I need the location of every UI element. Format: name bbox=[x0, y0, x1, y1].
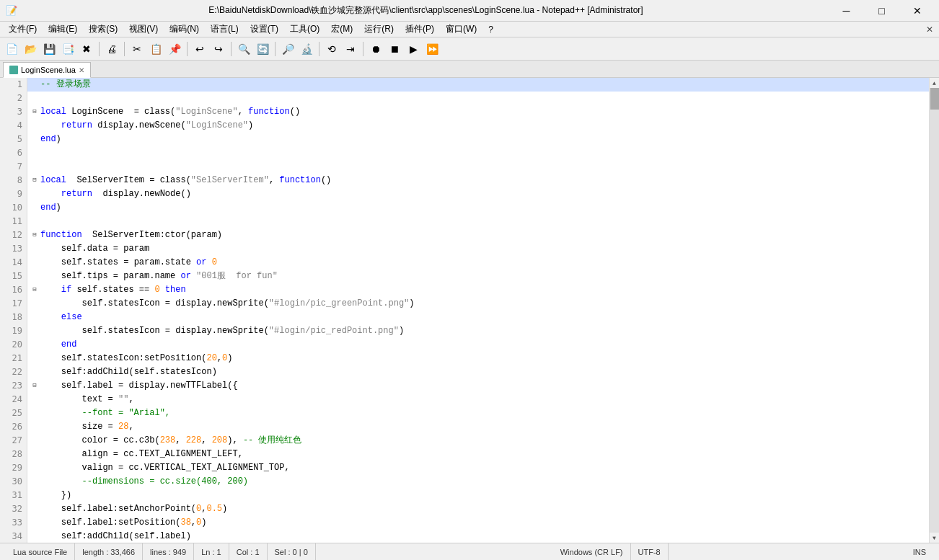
line-number-24: 24 bbox=[0, 393, 27, 406]
copy-button[interactable]: 📋 bbox=[147, 40, 164, 58]
menu-help[interactable]: ? bbox=[482, 23, 499, 36]
menu-language[interactable]: 语言(L) bbox=[205, 22, 244, 37]
line-numbers: 1234567891011121314151617181920212223242… bbox=[0, 78, 27, 543]
fold-icon-23[interactable]: ⊟ bbox=[30, 381, 39, 390]
menu-run[interactable]: 运行(R) bbox=[358, 22, 400, 37]
macro-run-button[interactable]: ⏩ bbox=[423, 40, 441, 58]
separator3 bbox=[187, 42, 188, 56]
menu-plugins[interactable]: 插件(P) bbox=[400, 22, 440, 37]
menu-settings[interactable]: 设置(T) bbox=[244, 22, 284, 37]
menu-edit[interactable]: 编辑(E) bbox=[43, 22, 83, 37]
line-number-19: 19 bbox=[0, 324, 27, 338]
scroll-up-button[interactable]: ▲ bbox=[930, 78, 940, 88]
tab-label: LoginScene.lua bbox=[21, 66, 76, 74]
save-all-button[interactable]: 📑 bbox=[59, 40, 76, 58]
menu-file[interactable]: 文件(F) bbox=[3, 22, 43, 37]
scroll-thumb[interactable] bbox=[930, 88, 939, 110]
code-line-28: align = cc.TEXT_ALIGNMENT_LEFT, bbox=[27, 448, 929, 461]
code-line-20: end bbox=[27, 338, 929, 352]
title-bar-text: E:\BaiduNetdiskDownload\铁血沙城完整源代码\client… bbox=[22, 4, 830, 17]
code-line-24: text = "", bbox=[27, 393, 929, 406]
code-line-15: self.tips = param.name or "001服 for fun" bbox=[27, 270, 929, 283]
line-number-8: 8 bbox=[0, 174, 27, 187]
line-number-33: 33 bbox=[0, 516, 27, 530]
fold-icon-16[interactable]: ⊟ bbox=[30, 285, 39, 294]
code-line-16: ⊟ if self.states == 0 then bbox=[27, 283, 929, 297]
editor-container: 1234567891011121314151617181920212223242… bbox=[0, 78, 939, 543]
redo-button[interactable]: ↪ bbox=[210, 40, 227, 58]
fold-icon-8[interactable]: ⊟ bbox=[30, 176, 39, 185]
print-button[interactable]: 🖨 bbox=[103, 40, 120, 58]
wordwrap-button[interactable]: ⟲ bbox=[323, 40, 340, 58]
scroll-down-button[interactable]: ▼ bbox=[930, 533, 940, 543]
menu-tools[interactable]: 工具(O) bbox=[284, 22, 325, 37]
line-number-2: 2 bbox=[0, 92, 27, 105]
code-line-27: color = cc.c3b(238, 228, 208), -- 使用纯红色 bbox=[27, 434, 929, 448]
close-button[interactable]: ✕ bbox=[901, 3, 933, 19]
code-line-33: self.label:setPosition(38,0) bbox=[27, 516, 929, 530]
macro-play-button[interactable]: ▶ bbox=[405, 40, 422, 58]
code-area[interactable]: -- 登录场景 ⊟local LoginScene = class("Login… bbox=[27, 78, 929, 543]
line-number-7: 7 bbox=[0, 160, 27, 174]
macro-stop-button[interactable]: ⏹ bbox=[386, 40, 403, 58]
maximize-button[interactable]: □ bbox=[865, 3, 898, 19]
code-line-8: ⊟local SelServerItem = class("SelServerI… bbox=[27, 174, 929, 187]
status-line-ending: Windows (CR LF) bbox=[553, 543, 631, 560]
code-line-19: self.statesIcon = display.newSprite("#lo… bbox=[27, 324, 929, 338]
code-line-1: -- 登录场景 bbox=[27, 78, 929, 92]
line-number-9: 9 bbox=[0, 187, 27, 201]
line-number-30: 30 bbox=[0, 475, 27, 489]
indent-button[interactable]: ⇥ bbox=[342, 40, 359, 58]
cut-button[interactable]: ✂ bbox=[128, 40, 146, 58]
menu-search[interactable]: 搜索(S) bbox=[83, 22, 123, 37]
tab-close-button[interactable]: ✕ bbox=[79, 66, 84, 74]
line-number-29: 29 bbox=[0, 461, 27, 475]
macro-record-button[interactable]: ⏺ bbox=[367, 40, 384, 58]
toolbar: 📄 📂 💾 📑 ✖ 🖨 ✂ 📋 📌 ↩ ↪ 🔍 🔄 🔎 🔬 ⟲ ⇥ ⏺ ⏹ ▶ … bbox=[0, 37, 939, 61]
code-line-25: --font = "Arial", bbox=[27, 406, 929, 420]
code-line-29: valign = cc.VERTICAL_TEXT_ALIGNMENT_TOP, bbox=[27, 461, 929, 475]
code-line-26: size = 28, bbox=[27, 420, 929, 434]
title-bar-controls: ─ □ ✕ bbox=[830, 3, 933, 19]
menu-bar: 文件(F) 编辑(E) 搜索(S) 视图(V) 编码(N) 语言(L) 设置(T… bbox=[0, 22, 939, 37]
menu-window[interactable]: 窗口(W) bbox=[440, 22, 482, 37]
fold-icon-3[interactable]: ⊟ bbox=[30, 107, 39, 116]
code-line-12: ⊟function SelServerItem:ctor(param) bbox=[27, 228, 929, 242]
code-line-14: self.states = param.state or 0 bbox=[27, 256, 929, 270]
status-filetype: Lua source File bbox=[6, 543, 75, 560]
line-number-15: 15 bbox=[0, 270, 27, 283]
minimize-button[interactable]: ─ bbox=[830, 3, 863, 19]
close-document-button[interactable]: ✕ bbox=[926, 25, 933, 35]
line-number-1: 1 bbox=[0, 78, 27, 92]
tab-loginscene[interactable]: LoginScene.lua ✕ bbox=[3, 62, 91, 78]
status-sel: Sel : 0 | 0 bbox=[268, 543, 316, 560]
new-file-button[interactable]: 📄 bbox=[3, 40, 20, 58]
zoom-in-button[interactable]: 🔎 bbox=[279, 40, 296, 58]
code-line-2 bbox=[27, 92, 929, 105]
menu-macro[interactable]: 宏(M) bbox=[325, 22, 358, 37]
zoom-out-button[interactable]: 🔬 bbox=[298, 40, 315, 58]
line-number-20: 20 bbox=[0, 338, 27, 352]
code-line-10: end) bbox=[27, 201, 929, 215]
separator5 bbox=[275, 42, 275, 56]
undo-button[interactable]: ↩ bbox=[191, 40, 208, 58]
scroll-track[interactable] bbox=[930, 88, 940, 533]
open-file-button[interactable]: 📂 bbox=[22, 40, 39, 58]
title-bar: 📝 E:\BaiduNetdiskDownload\铁血沙城完整源代码\clie… bbox=[0, 0, 939, 22]
close-button2[interactable]: ✖ bbox=[78, 40, 95, 58]
save-button[interactable]: 💾 bbox=[40, 40, 58, 58]
replace-button[interactable]: 🔄 bbox=[254, 40, 271, 58]
menu-view[interactable]: 视图(V) bbox=[123, 22, 164, 37]
separator4 bbox=[231, 42, 232, 56]
line-number-31: 31 bbox=[0, 489, 27, 502]
fold-icon-12[interactable]: ⊟ bbox=[30, 231, 39, 239]
separator6 bbox=[319, 42, 319, 56]
separator7 bbox=[363, 42, 363, 56]
line-number-18: 18 bbox=[0, 311, 27, 324]
line-number-4: 4 bbox=[0, 119, 27, 133]
line-number-27: 27 bbox=[0, 434, 27, 448]
find-button[interactable]: 🔍 bbox=[235, 40, 252, 58]
menu-encode[interactable]: 编码(N) bbox=[164, 22, 205, 37]
paste-button[interactable]: 📌 bbox=[166, 40, 183, 58]
vertical-scrollbar[interactable]: ▲ ▼ bbox=[929, 78, 939, 543]
